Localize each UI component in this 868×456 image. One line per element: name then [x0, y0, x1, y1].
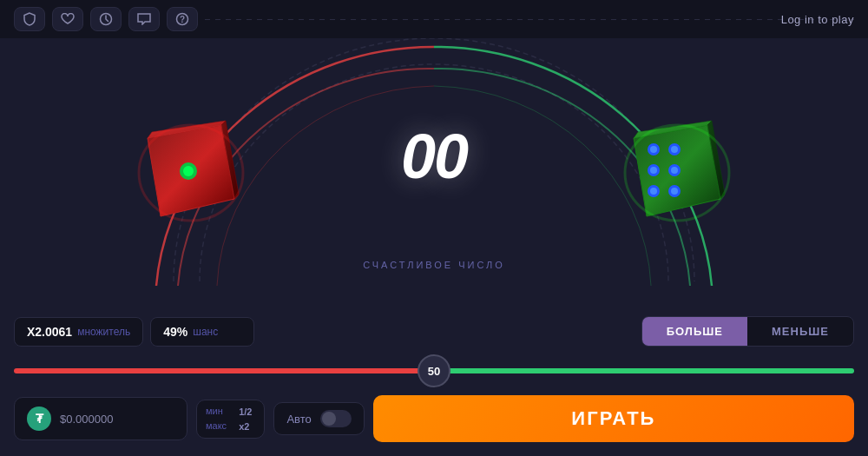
dice-right [621, 116, 733, 229]
heart-nav-btn[interactable] [52, 7, 83, 31]
svg-point-15 [650, 146, 657, 153]
svg-point-23 [650, 188, 657, 195]
multiplier-value: X2.0061 [27, 325, 72, 339]
slider-track[interactable]: 50 [14, 368, 854, 373]
auto-label: Авто [286, 413, 311, 426]
bigger-button[interactable]: БОЛЬШЕ [642, 317, 747, 346]
chat-nav-btn[interactable] [128, 7, 160, 31]
auto-box: Авто [273, 402, 364, 435]
double-button[interactable]: x2 [235, 420, 255, 433]
min-label: мин [206, 406, 227, 418]
multiplier-box: X2.0061 множитель [14, 317, 143, 347]
less-button[interactable]: МЕНЬШЕ [747, 317, 853, 346]
half-button[interactable]: 1/2 [235, 406, 255, 418]
auto-toggle[interactable] [320, 410, 352, 427]
top-nav: ? Log in to play [0, 0, 868, 38]
game-area: 00 СЧАСТЛИВОЕ ЧИСЛО X2.0061 множитель 49… [0, 38, 868, 456]
toggle-knob [322, 412, 336, 426]
svg-point-19 [650, 167, 657, 174]
bet-amount: $0.000000 [60, 413, 113, 426]
svg-point-17 [671, 146, 678, 153]
direction-buttons: БОЛЬШЕ МЕНЬШЕ [641, 316, 854, 347]
dice-left [135, 116, 247, 229]
svg-point-25 [671, 188, 678, 195]
lucky-label: СЧАСТЛИВОЕ ЧИСЛО [363, 260, 505, 270]
play-button[interactable]: ИГРАТЬ [373, 395, 854, 442]
history-nav-btn[interactable] [90, 7, 122, 31]
question-nav-btn[interactable]: ? [167, 7, 198, 31]
bet-box: ₮ $0.000000 [14, 397, 187, 440]
slider-thumb[interactable]: 50 [418, 354, 450, 387]
quick-buttons: мин 1/2 макс x2 [196, 400, 265, 439]
chance-box: 49% шанс [150, 317, 254, 347]
center-number: 00 [401, 121, 467, 192]
tether-icon: ₮ [27, 406, 51, 431]
bottom-row: ₮ $0.000000 мин 1/2 макс x2 Авто ИГРАТЬ [14, 395, 854, 442]
nav-divider [205, 19, 854, 20]
multiplier-label: множитель [77, 326, 130, 338]
svg-point-8 [183, 166, 194, 176]
stats-row: X2.0061 множитель 49% шанс БОЛЬШЕ МЕНЬШЕ [14, 316, 854, 347]
max-label: макс [206, 420, 227, 433]
svg-point-21 [671, 167, 678, 174]
shield-nav-btn[interactable] [14, 7, 45, 31]
svg-text:?: ? [180, 15, 185, 24]
slider-row: 50 [14, 355, 854, 387]
login-button[interactable]: Log in to play [781, 13, 854, 26]
controls-area: X2.0061 множитель 49% шанс БОЛЬШЕ МЕНЬШЕ… [0, 306, 868, 456]
chance-value: 49% [163, 325, 187, 339]
chance-label: шанс [193, 326, 218, 338]
